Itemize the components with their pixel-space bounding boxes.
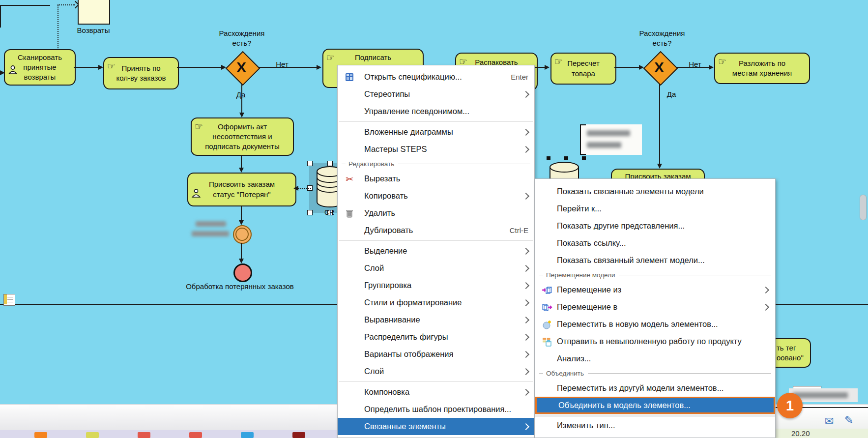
menu-item-move-to-new-model[interactable]: Переместить в новую модель элементов...	[535, 316, 775, 333]
menu-item-change-type[interactable]: Изменить тип...	[535, 417, 775, 434]
selection-handle[interactable]	[564, 156, 568, 160]
menu-item-label: Выделение	[364, 246, 407, 256]
pool-border-left	[0, 5, 1, 28]
menu-group-model-move: Перемещение модели	[535, 269, 775, 281]
menu-item-label: Вложенные диаграммы	[364, 127, 453, 137]
menu-item-show-related-elements[interactable]: Показать связанные элементы модели	[535, 183, 775, 200]
menu-item-show-link[interactable]: Показать ссылку...	[535, 234, 775, 252]
task-label: Присвоить заказам статус "Потерян"	[209, 179, 275, 200]
task-accept-by-count[interactable]: ☞ Принять по кол-ву заказов	[103, 57, 179, 89]
menu-item-grouping[interactable]: Группировка	[338, 277, 534, 294]
resize-handle[interactable]	[307, 210, 313, 215]
compose-note-icon[interactable]: ✎	[844, 414, 853, 427]
menu-item-styles-formatting[interactable]: Стили и форматирование	[338, 294, 534, 311]
arrowhead-icon	[317, 65, 321, 70]
sequence-flow	[659, 84, 660, 165]
menu-item-related-elements[interactable]: Связанные элементы	[338, 418, 534, 435]
resize-handle[interactable]	[307, 161, 313, 166]
menu-item-label: Определить шаблон проектирования...	[364, 405, 511, 414]
taskbar-app-icon[interactable]	[241, 432, 254, 438]
task-shelve[interactable]: ☞ Разложить по местам хранения	[714, 53, 810, 84]
menu-item-layer-2[interactable]: Слой	[338, 363, 534, 380]
task-discrepancy-act[interactable]: ☞ Оформить акт несоответствия и подписат…	[191, 117, 294, 156]
menu-item-define-design-template[interactable]: Определить шаблон проектирования...	[338, 401, 534, 418]
menu-item-label: Перейти к...	[557, 204, 602, 213]
taskbar-app-icon[interactable]	[292, 432, 305, 438]
flow-label-yes: Да	[232, 90, 250, 100]
note-shape[interactable]	[78, 0, 110, 25]
sequence-flow	[241, 155, 242, 169]
menu-item-layer[interactable]: Слой	[338, 260, 534, 277]
move-from-icon	[541, 286, 553, 294]
menu-item-label: Анализ...	[557, 354, 591, 363]
sequence-flow	[241, 243, 242, 260]
sequence-flow	[676, 67, 710, 68]
menu-item-alias-management[interactable]: Управление псевдонимом...	[338, 103, 534, 120]
association-connector	[298, 188, 311, 189]
menu-item-label: Вырезать	[364, 174, 400, 183]
menu-item-open-specification[interactable]: Открыть спецификацию... Enter	[338, 68, 534, 86]
submenu-arrow-icon	[522, 299, 529, 306]
submenu-arrow-icon	[522, 388, 529, 395]
menu-item-go-to[interactable]: Перейти к...	[535, 200, 775, 217]
task-scan-returns[interactable]: Сканировать принятые возвраты	[4, 49, 76, 86]
menu-item-label: Выравнивание	[364, 315, 420, 324]
menu-item-delete[interactable]: Удалить	[338, 204, 534, 222]
menu-item-label: Переместить в новую модель элементов...	[557, 320, 718, 329]
menu-item-show-other-views[interactable]: Показать другие представления...	[535, 217, 775, 234]
mail-icon[interactable]: ✉	[825, 415, 834, 428]
menu-item-stereotypes[interactable]: Стереотипы	[338, 86, 534, 103]
gateway-question-label: Расхождения есть?	[210, 29, 274, 48]
selection-handle[interactable]	[582, 156, 586, 160]
end-event[interactable]	[233, 263, 252, 282]
menu-separator	[339, 381, 533, 382]
menu-item-selection[interactable]: Выделение	[338, 242, 534, 260]
menu-item-duplicate[interactable]: Дублировать Ctrl-E	[338, 222, 534, 239]
submenu-arrow-icon	[522, 350, 529, 357]
submenu-arrow-icon	[522, 146, 529, 152]
menu-item-label: Перемещение из	[557, 285, 621, 294]
arrowhead-icon	[709, 65, 714, 70]
menu-item-analysis[interactable]: Анализ...	[535, 350, 775, 367]
menu-item-distribute-shapes[interactable]: Распределить фигуры	[338, 328, 534, 346]
lane-collapse-icon[interactable]	[3, 294, 15, 306]
menu-item-label: Показать связанные элементы модели	[557, 187, 704, 196]
menu-item-merge-into-model[interactable]: Объединить в модель элементов...	[535, 397, 775, 414]
menu-item-steps-wizards[interactable]: Мастеры STEPS	[338, 141, 534, 158]
taskbar-app-icon[interactable]	[138, 432, 150, 438]
submenu-arrow-icon	[522, 192, 529, 199]
task-assign-lost-status[interactable]: Присвоить заказам статус "Потерян"	[187, 173, 296, 206]
menu-item-alignment[interactable]: Выравнивание	[338, 311, 534, 328]
menu-item-nested-diagrams[interactable]: Вложенные диаграммы	[338, 123, 534, 141]
menu-item-move-from-other-model[interactable]: Переместить из другуй модели элементов..…	[535, 380, 775, 397]
selection-handle[interactable]	[547, 156, 550, 160]
menu-item-show-linked-model-element[interactable]: Показать связанный элемент модели...	[535, 252, 775, 269]
menu-group-edit: Редактировать	[338, 158, 534, 170]
taskbar-app-icon[interactable]	[189, 432, 202, 438]
menu-item-move-to[interactable]: Перемещение в	[535, 298, 775, 316]
task-recount-goods[interactable]: ☞ Пересчет товара	[550, 53, 616, 85]
arrowhead-icon	[239, 220, 244, 225]
arrowhead-icon	[98, 65, 103, 70]
menu-item-send-to-product-backlog[interactable]: Отправить в невыполненную работу по прод…	[535, 333, 775, 350]
intermediate-event[interactable]	[233, 225, 252, 244]
task-label: ть тег оовано"	[777, 343, 804, 363]
menu-item-copy[interactable]: Копировать	[338, 187, 534, 204]
menu-item-label: Слой	[364, 263, 384, 273]
taskbar-app-icon[interactable]	[86, 432, 99, 438]
taskbar-app-icon[interactable]	[34, 432, 47, 438]
menu-item-composition[interactable]: Компоновка	[338, 383, 534, 401]
manual-task-icon: ☞	[554, 56, 563, 68]
menu-item-label: Распределить фигуры	[364, 332, 448, 342]
flow-label-yes: Да	[663, 89, 680, 99]
menu-item-move-from[interactable]: Перемещение из	[535, 281, 775, 298]
menu-item-cut[interactable]: ✂ Вырезать	[338, 170, 534, 187]
menu-item-display-options[interactable]: Варианты отображения	[338, 346, 534, 363]
menu-item-label: Управление псевдонимом...	[364, 107, 469, 116]
menu-shortcut: Ctrl-E	[510, 226, 528, 234]
arrowhead-icon	[293, 186, 298, 191]
arrowhead-icon	[239, 113, 244, 117]
submenu-arrow-icon	[522, 282, 529, 289]
clock-text: 20.20	[791, 429, 810, 438]
vertical-scrollbar-thumb[interactable]	[860, 195, 867, 220]
